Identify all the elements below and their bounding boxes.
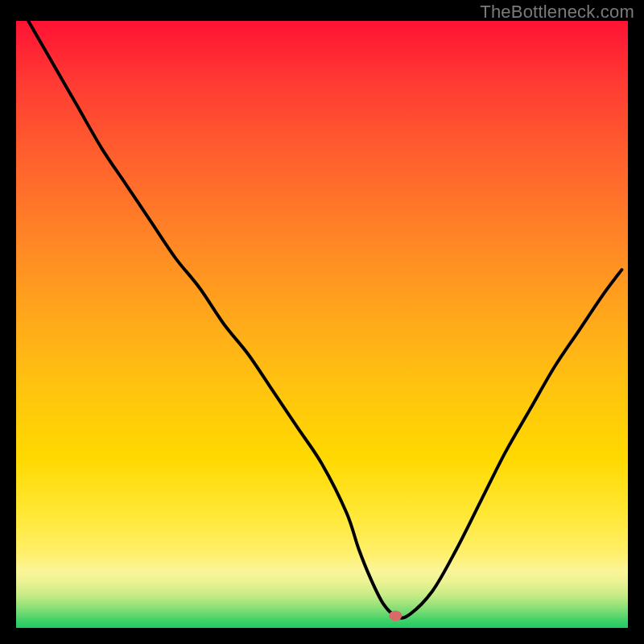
bottleneck-chart: TheBottleneck.com [0, 0, 644, 644]
plot-area [16, 21, 628, 628]
chart-svg [0, 0, 644, 644]
watermark-text: TheBottleneck.com [480, 2, 634, 23]
optimal-point-marker [389, 610, 402, 621]
